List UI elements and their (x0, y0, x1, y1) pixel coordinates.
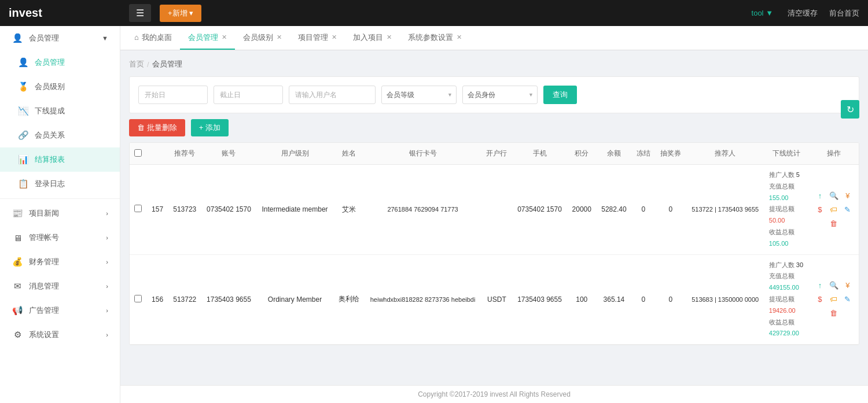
tag-icon-2[interactable]: 🏷 (828, 294, 840, 305)
row-checkbox-2[interactable] (134, 295, 142, 302)
end-date-input[interactable] (214, 86, 283, 104)
sidebar-item-downline-income[interactable]: 📉 下线提成 (0, 99, 120, 123)
edit-icon-2[interactable]: ✎ (842, 294, 854, 305)
trash-icon-2[interactable]: 🗑 (828, 308, 840, 319)
tab-close-project-mgmt[interactable]: ✕ (332, 34, 337, 41)
stat-charge-value-2: 449155.00 (769, 284, 799, 291)
plus-icon: + (199, 123, 204, 132)
action-row-top-1: ↑ 🔍 ¥ (814, 190, 854, 201)
chevron-down-icon: ▼ (102, 35, 108, 42)
report-icon: 📊 (17, 154, 29, 165)
action-row-mid-1: $ 🏷 ✎ (814, 204, 854, 215)
tab-close-sys-params[interactable]: ✕ (457, 34, 462, 41)
sidebar-item-manage-account[interactable]: 🖥 管理帐号 › (0, 225, 120, 250)
query-button[interactable]: 查询 (543, 86, 577, 104)
cell-account-1: 0735402 1570 (201, 165, 256, 255)
stat-income-value-1: 105.00 (769, 240, 789, 247)
frontend-home-button[interactable]: 前台首页 (829, 8, 859, 19)
cell-actions-2: ↑ 🔍 ¥ $ 🏷 ✎ (809, 254, 859, 345)
action-row: 🗑 批量删除 + 添加 (129, 119, 859, 136)
sidebar-label-member-mgmt-2: 会员管理 (35, 57, 108, 68)
tab-close-join-project[interactable]: ✕ (387, 34, 392, 41)
cell-balance-1: 5282.40 (597, 165, 632, 255)
cell-points-2: 100 (567, 254, 597, 345)
search-icon-1[interactable]: 🔍 (828, 190, 840, 201)
chevron-right-icon-3: › (106, 258, 108, 265)
start-date-input[interactable] (138, 86, 208, 104)
batch-delete-button[interactable]: 🗑 批量删除 (129, 119, 185, 136)
menu-toggle-button[interactable]: ☰ (129, 4, 151, 22)
row-checkbox-1[interactable] (134, 205, 142, 212)
app-logo: invest (9, 6, 129, 20)
cell-referrer-1: 513722 | 1735403 9655 (686, 165, 764, 255)
sidebar-item-member-relation[interactable]: 🔗 会员关系 (0, 123, 120, 147)
tab-member-mgmt[interactable]: 会员管理 ✕ (180, 27, 235, 50)
gear-icon: ⚙ (12, 330, 23, 340)
sidebar-label-sys-settings: 系统设置 (29, 330, 106, 340)
sidebar-item-sys-settings[interactable]: ⚙ 系统设置 › (0, 323, 120, 347)
username-input[interactable] (289, 86, 376, 104)
user-label[interactable]: tool ▼ (752, 9, 773, 17)
edit-icon-1[interactable]: ✎ (842, 204, 854, 215)
stat-charge-label-1: 充值总额 (769, 183, 795, 190)
breadcrumb-home[interactable]: 首页 (129, 59, 144, 69)
stat-income-label-1: 收益总额 (769, 228, 795, 235)
sidebar-item-member-level[interactable]: 🏅 会员级别 (0, 75, 120, 99)
chevron-right-icon-2: › (106, 234, 108, 241)
medal-icon: 🏅 (17, 82, 29, 92)
select-all-checkbox[interactable] (134, 149, 142, 157)
dollar-icon-2[interactable]: $ (814, 294, 826, 305)
sidebar-label-msg-mgmt: 消息管理 (29, 281, 106, 291)
new-button[interactable]: +新增 ▾ (160, 5, 201, 22)
dollar-icon-1[interactable]: $ (814, 204, 826, 215)
refresh-button[interactable]: ↻ (841, 100, 859, 119)
col-lottery: 抽奖券 (655, 143, 686, 165)
col-referrer: 推荐人 (686, 143, 764, 165)
member-level-select[interactable]: 会员等级 (381, 86, 457, 104)
sidebar-item-member-mgmt[interactable]: 👤 会员管理 (0, 50, 120, 75)
breadcrumb-current: 会员管理 (152, 59, 182, 69)
sidebar-item-project-news[interactable]: 📰 项目新闻 › (0, 201, 120, 225)
sidebar-label-member-relation: 会员关系 (35, 130, 108, 141)
col-account: 账号 (201, 143, 256, 165)
tab-desktop[interactable]: ⌂ 我的桌面 (126, 27, 180, 50)
sidebar-item-ad-mgmt[interactable]: 📢 广告管理 › (0, 298, 120, 323)
member-identity-select[interactable]: 会员身份 (462, 86, 538, 104)
stat-withdraw-label-1: 提现总额 (769, 205, 795, 212)
cell-account-2: 1735403 9655 (201, 254, 256, 345)
sidebar-item-settlement-report[interactable]: 📊 结算报表 (0, 147, 120, 172)
cell-bank-1 (481, 165, 512, 255)
action-row-top-2: ↑ 🔍 ¥ (814, 280, 854, 291)
up-icon-2[interactable]: ↑ (814, 280, 826, 291)
stat-withdraw-label-2: 提现总额 (769, 295, 795, 302)
cell-id-2: 156 (147, 254, 168, 345)
money-icon-2[interactable]: ¥ (842, 280, 854, 291)
cell-id-1: 157 (147, 165, 168, 255)
sidebar-item-msg-mgmt[interactable]: ✉ 消息管理 › (0, 274, 120, 298)
tab-project-mgmt[interactable]: 项目管理 ✕ (290, 27, 345, 50)
search-icon-2[interactable]: 🔍 (828, 280, 840, 291)
up-icon-1[interactable]: ↑ (814, 190, 826, 201)
content-area: ⌂ 我的桌面 会员管理 ✕ 会员级别 ✕ 项目管理 ✕ 加入项目 ✕ 系统参数设… (120, 26, 868, 403)
tab-sys-params[interactable]: 系统参数设置 ✕ (400, 27, 470, 50)
stat-promoter-label-1: 推广人数 (769, 171, 795, 178)
money-icon-1[interactable]: ¥ (842, 190, 854, 201)
tab-join-project[interactable]: 加入项目 ✕ (345, 27, 400, 50)
tab-close-member-mgmt[interactable]: ✕ (222, 34, 227, 41)
sidebar-item-login-log[interactable]: 📋 登录日志 (0, 172, 120, 196)
downline-icon: 📉 (17, 106, 29, 116)
tag-icon-1[interactable]: 🏷 (828, 204, 840, 215)
clear-cache-button[interactable]: 清空缓存 (788, 8, 818, 19)
cell-ref-no-2: 513722 (168, 254, 201, 345)
sidebar-label-login-log: 登录日志 (35, 179, 108, 189)
add-button[interactable]: + 添加 (191, 119, 229, 136)
tab-close-member-level[interactable]: ✕ (277, 34, 282, 41)
sidebar-item-member-mgmt-group[interactable]: 👤 会员管理 ▼ (0, 26, 120, 50)
tab-member-level[interactable]: 会员级别 ✕ (235, 27, 290, 50)
person-icon: 👤 (12, 33, 23, 43)
sidebar-item-finance-mgmt[interactable]: 💰 财务管理 › (0, 250, 120, 274)
cell-checkbox-1 (130, 165, 147, 255)
sidebar-label-manage-account: 管理帐号 (29, 232, 106, 243)
cell-phone-2: 1735403 9655 (512, 254, 567, 345)
trash-icon-1[interactable]: 🗑 (828, 217, 840, 229)
